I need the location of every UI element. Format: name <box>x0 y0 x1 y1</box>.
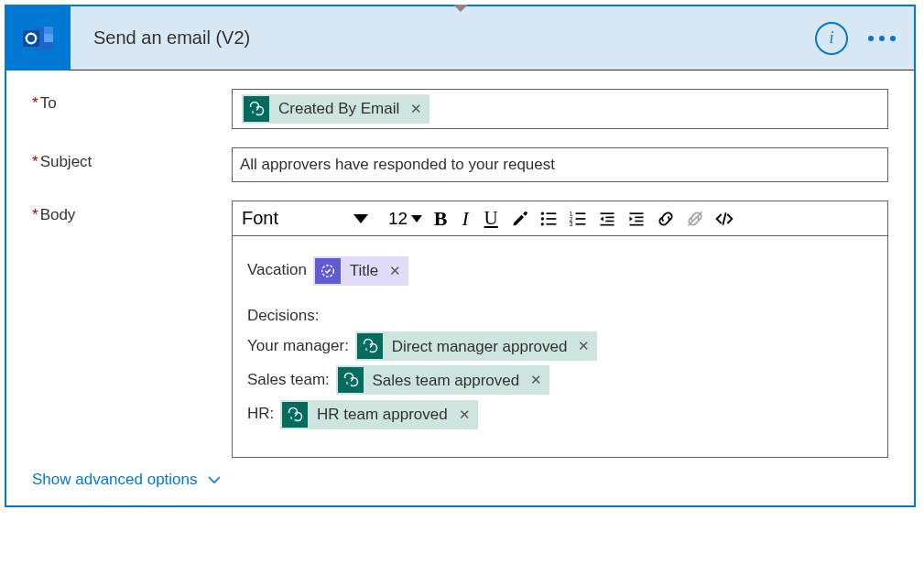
outdent-button[interactable] <box>592 201 622 235</box>
more-menu-icon[interactable] <box>868 36 896 41</box>
token-sales-team-approved[interactable]: s Sales team approved ✕ <box>336 365 550 395</box>
card-body: *To s Created By Email ✕ *Subject All ap… <box>6 71 914 505</box>
chevron-down-icon <box>411 215 422 222</box>
token-direct-manager-approved[interactable]: s Direct manager approved ✕ <box>355 331 598 361</box>
link-button[interactable] <box>651 201 680 235</box>
show-advanced-options[interactable]: Show advanced options <box>32 471 888 489</box>
underline-button[interactable]: U <box>477 201 505 235</box>
svg-point-12 <box>541 212 544 214</box>
svg-text:3: 3 <box>570 221 573 227</box>
svg-rect-4 <box>44 34 53 42</box>
token-label: Created By Email <box>278 96 399 121</box>
token-label: Sales team approved <box>373 368 520 393</box>
sharepoint-icon: s <box>244 96 269 122</box>
bullet-list-button[interactable] <box>534 201 563 235</box>
token-remove-icon[interactable]: ✕ <box>457 404 473 426</box>
svg-rect-21 <box>576 218 586 220</box>
token-hr-team-approved[interactable]: s HR team approved ✕ <box>280 400 478 429</box>
info-icon[interactable]: i <box>815 22 848 55</box>
card-title: Send an email (V2) <box>71 27 815 49</box>
chevron-down-icon <box>207 472 222 487</box>
svg-rect-29 <box>635 216 643 218</box>
svg-rect-27 <box>601 223 614 225</box>
svg-rect-17 <box>547 223 557 225</box>
color-picker-button[interactable] <box>505 201 534 235</box>
unlink-button[interactable] <box>680 201 710 235</box>
token-created-by-email[interactable]: s Created By Email ✕ <box>242 94 429 124</box>
action-card: Send an email (V2) i *To s Created By Em… <box>5 5 916 507</box>
token-label: HR team approved <box>317 402 448 427</box>
subject-input[interactable]: All approvers have responded to your req… <box>232 147 888 182</box>
field-body: *Body Font 12 B I U <box>32 201 888 458</box>
bold-button[interactable]: B <box>428 201 453 235</box>
token-remove-icon[interactable]: ✕ <box>576 335 592 357</box>
token-label: Title <box>350 258 379 283</box>
svg-text:s: s <box>364 345 367 353</box>
font-dropdown[interactable]: Font <box>233 201 379 235</box>
svg-point-14 <box>541 217 544 220</box>
italic-button[interactable]: I <box>453 201 477 235</box>
svg-rect-25 <box>605 216 614 218</box>
token-label: Direct manager approved <box>392 334 568 359</box>
sharepoint-icon: s <box>338 367 364 393</box>
code-view-button[interactable] <box>710 201 739 235</box>
svg-rect-19 <box>576 212 586 214</box>
field-subject: *Subject All approvers have responded to… <box>32 147 888 182</box>
card-header[interactable]: Send an email (V2) i <box>6 6 914 71</box>
indent-button[interactable] <box>622 201 651 235</box>
token-remove-icon[interactable]: ✕ <box>387 260 403 282</box>
sharepoint-icon: s <box>357 333 383 359</box>
svg-point-16 <box>541 222 544 225</box>
body-content[interactable]: Vacation Title ✕ Decisions: Your manager… <box>233 236 887 457</box>
svg-rect-23 <box>576 223 586 225</box>
font-size-dropdown[interactable]: 12 <box>379 201 428 235</box>
svg-rect-24 <box>601 212 614 214</box>
outlook-icon <box>6 6 71 71</box>
approval-icon <box>315 258 341 284</box>
to-label: *To <box>32 89 232 113</box>
token-title[interactable]: Title ✕ <box>313 256 409 286</box>
rte-toolbar: Font 12 B I U <box>233 201 887 236</box>
numbered-list-button[interactable]: 123 <box>563 201 592 235</box>
svg-rect-13 <box>547 212 557 214</box>
svg-rect-31 <box>630 223 644 225</box>
collapse-chevron-icon[interactable] <box>453 5 468 12</box>
to-input[interactable]: s Created By Email ✕ <box>232 89 888 129</box>
svg-rect-26 <box>605 220 614 222</box>
field-to: *To s Created By Email ✕ <box>32 89 888 129</box>
svg-rect-28 <box>630 212 644 214</box>
svg-text:s: s <box>345 379 348 386</box>
chevron-down-icon <box>353 214 368 223</box>
subject-label: *Subject <box>32 147 232 171</box>
body-label: *Body <box>32 201 232 224</box>
svg-rect-2 <box>44 27 53 34</box>
svg-text:s: s <box>252 108 255 115</box>
token-remove-icon[interactable]: ✕ <box>528 369 544 391</box>
svg-rect-30 <box>635 220 643 222</box>
token-remove-icon[interactable]: ✕ <box>408 98 424 120</box>
svg-rect-15 <box>547 218 557 220</box>
svg-text:s: s <box>290 413 293 420</box>
sharepoint-icon: s <box>282 402 308 428</box>
body-editor: Font 12 B I U <box>232 201 888 458</box>
